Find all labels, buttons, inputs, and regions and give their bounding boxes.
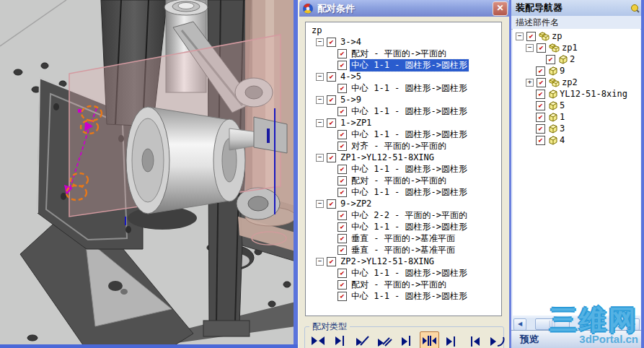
column-header-part-name[interactable]: 描述部件名 [511, 16, 644, 30]
mate-constraint-row[interactable]: 中心 1-1 - 圆柱形->圆柱形 [309, 221, 501, 232]
mate-constraint-row[interactable]: 中心 1-1 - 圆柱形->圆柱形 [309, 82, 501, 94]
navigator-tree[interactable]: −zp−zp129+zp2YL12-51-8xing5134 [513, 29, 640, 316]
scroll-left-icon[interactable]: ◀ [513, 318, 526, 331]
mate-constraint-row[interactable]: 中心 1-1 - 圆柱形->圆柱形 [309, 290, 501, 302]
checkbox-icon[interactable] [536, 90, 545, 99]
dialog-titlebar[interactable]: 配对条件 ✕ [299, 0, 511, 17]
checkbox-icon[interactable] [327, 72, 336, 82]
checkbox-icon[interactable] [338, 292, 347, 301]
checkbox-icon[interactable] [327, 257, 336, 266]
expand-toggle-icon[interactable]: − [526, 44, 534, 52]
mating-type-center-button[interactable] [420, 331, 439, 348]
mating-type-toolbar [308, 331, 506, 348]
checkbox-icon[interactable] [536, 66, 545, 76]
mate-constraint-row[interactable]: 中心 1-1 - 圆柱形->圆柱形 [309, 267, 501, 279]
checkbox-icon[interactable] [338, 188, 347, 197]
checkbox-icon[interactable] [327, 153, 336, 162]
checkbox-icon[interactable] [338, 234, 347, 243]
mate-pair-row[interactable]: −ZP1->YL12-51-8XING [309, 152, 501, 163]
mate-constraint-row[interactable]: 对齐 - 平面的->平面的 [309, 140, 501, 152]
expand-toggle-icon[interactable]: − [316, 38, 324, 46]
navigator-pin-icon[interactable] [630, 4, 640, 13]
navigator-row-5[interactable]: 5 [514, 100, 640, 111]
mating-type-distance-button[interactable] [442, 331, 462, 348]
navigator-row-3[interactable]: 3 [514, 123, 640, 134]
checkbox-icon[interactable] [546, 55, 555, 64]
navigator-row-zp[interactable]: −zp [514, 30, 640, 42]
checkbox-icon[interactable] [536, 124, 545, 134]
mating-type-fit-button[interactable] [464, 331, 484, 348]
scrollbar-thumb[interactable] [535, 318, 570, 330]
mate-constraint-row[interactable]: 配对 - 平面的->平面的 [309, 279, 501, 290]
mate-constraint-row[interactable]: 垂直 - 平面的->基准平面 [309, 232, 501, 244]
navigator-row-1[interactable]: 1 [514, 111, 640, 123]
checkbox-icon[interactable] [338, 142, 347, 151]
navigator-row-zp2[interactable]: +zp2 [514, 77, 640, 88]
navigator-row-4[interactable]: 4 [514, 134, 640, 146]
expand-toggle-icon[interactable]: + [526, 79, 534, 87]
checkbox-icon[interactable] [338, 176, 347, 186]
mate-constraint-row[interactable]: 中心 1-1 - 圆柱形->圆柱形 [309, 129, 501, 140]
checkbox-icon[interactable] [327, 95, 336, 105]
mate-pair-row[interactable]: −9->ZP2 [309, 198, 501, 209]
checkbox-icon[interactable] [327, 199, 336, 209]
mate-pair-row[interactable]: −5->9 [309, 94, 501, 105]
checkbox-icon[interactable] [338, 222, 347, 232]
checkbox-icon[interactable] [338, 49, 347, 58]
expand-toggle-icon[interactable]: − [316, 119, 324, 127]
mating-type-tangent-button[interactable] [487, 331, 506, 348]
mate-pair-row[interactable]: −3->4 [309, 36, 501, 48]
mating-type-parallel-button[interactable] [375, 331, 394, 348]
checkbox-icon[interactable] [526, 32, 536, 41]
expand-toggle-icon[interactable]: − [316, 154, 324, 162]
mating-type-mate-button[interactable] [308, 331, 327, 348]
expand-toggle-icon[interactable]: − [316, 258, 324, 266]
mating-type-angle-button[interactable] [353, 331, 372, 348]
navigator-row-2[interactable]: 2 [514, 53, 640, 65]
expand-toggle-icon[interactable]: − [316, 73, 324, 81]
checkbox-icon[interactable] [338, 130, 347, 139]
checkbox-icon[interactable] [338, 107, 347, 116]
checkbox-icon[interactable] [536, 101, 545, 110]
expand-toggle-icon[interactable]: − [516, 32, 524, 40]
preview-bar[interactable]: 预览 [511, 330, 644, 348]
scroll-right-icon[interactable]: ▶ [627, 318, 640, 331]
checkbox-icon[interactable] [537, 78, 546, 87]
mate-constraint-row[interactable]: 配对 - 平面的->平面的 [309, 175, 501, 186]
checkbox-icon[interactable] [536, 136, 545, 145]
mating-type-perpendicular-button[interactable] [397, 331, 417, 348]
navigator-row-zp1[interactable]: −zp1 [514, 42, 640, 53]
navigator-header[interactable]: 装配导航器 [511, 0, 644, 16]
mate-constraint-row[interactable]: 垂直 - 平面的->基准平面 [309, 244, 501, 256]
mate-constraint-row[interactable]: 配对 - 平面的->平面的 [309, 48, 501, 59]
mate-constraint-row[interactable]: 中心 1-1 - 圆柱形->圆柱形 [309, 59, 501, 71]
mate-constraint-row[interactable]: 中心 1-1 - 圆柱形->圆柱形 [309, 105, 501, 117]
mating-type-align-button[interactable] [330, 331, 350, 348]
mating-conditions-tree[interactable]: zp −3->4配对 - 平面的->平面的中心 1-1 - 圆柱形->圆柱形−4… [305, 22, 502, 316]
close-icon[interactable]: ✕ [493, 1, 508, 16]
checkbox-icon[interactable] [338, 165, 347, 174]
checkbox-icon[interactable] [338, 211, 347, 220]
checkbox-icon[interactable] [338, 280, 347, 290]
assembly-3d-view[interactable] [0, 0, 294, 348]
mate-constraint-row[interactable]: 中心 1-1 - 圆柱形->圆柱形 [309, 186, 501, 198]
mate-pair-row[interactable]: −4->5 [309, 71, 501, 82]
expand-toggle-icon[interactable]: − [316, 200, 324, 208]
checkbox-icon[interactable] [338, 61, 347, 70]
tree-root-zp[interactable]: zp [309, 25, 501, 36]
mate-constraint-row[interactable]: 中心 2-2 - 平面的->平面的 [309, 209, 501, 221]
mate-pair-row[interactable]: −1->ZP1 [309, 117, 501, 129]
horizontal-scrollbar[interactable]: ◀ ▶ [513, 318, 640, 331]
checkbox-icon[interactable] [537, 43, 546, 53]
checkbox-icon[interactable] [338, 245, 347, 255]
navigator-row-YL12-51-8xing[interactable]: YL12-51-8xing [514, 88, 640, 100]
mate-pair-row[interactable]: −ZP2->YL12-51-8XING [309, 256, 501, 267]
navigator-row-9[interactable]: 9 [514, 65, 640, 77]
expand-toggle-icon[interactable]: − [316, 96, 324, 104]
checkbox-icon[interactable] [327, 118, 336, 128]
checkbox-icon[interactable] [327, 38, 336, 47]
checkbox-icon[interactable] [338, 269, 347, 278]
checkbox-icon[interactable] [536, 113, 545, 122]
mate-constraint-row[interactable]: 中心 1-1 - 圆柱形->圆柱形 [309, 163, 501, 175]
checkbox-icon[interactable] [338, 84, 347, 93]
